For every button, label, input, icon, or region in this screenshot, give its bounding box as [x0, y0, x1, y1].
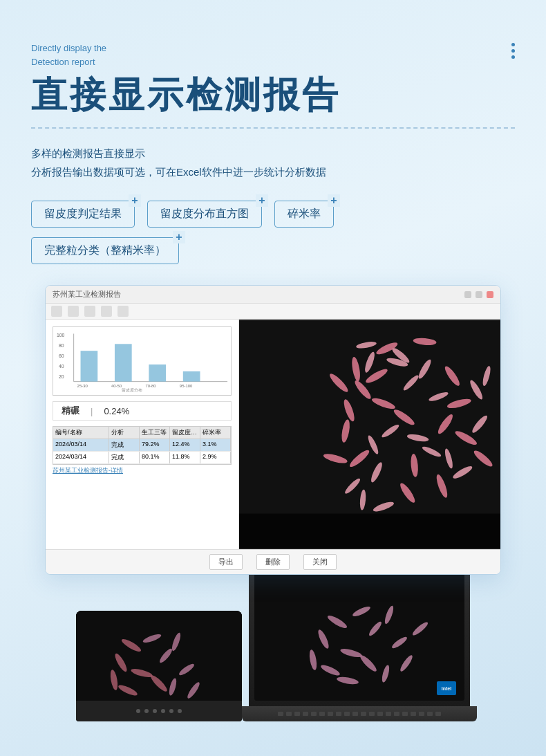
svg-text:40: 40: [59, 364, 64, 369]
window-toolbar: [46, 304, 500, 320]
close-button[interactable]: 关闭: [303, 554, 337, 570]
svg-rect-8: [115, 344, 132, 381]
milling-info: 精碾 | 0.24%: [53, 401, 232, 421]
cell-milling: 11.8%: [170, 452, 200, 463]
laptop-device: Intel: [249, 568, 470, 721]
col-milling: 留皮度平均: [170, 427, 200, 439]
svg-text:40-50: 40-50: [111, 384, 122, 388]
tag-plus-icon: +: [173, 231, 185, 243]
laptop-screen-outer: Intel: [249, 568, 470, 706]
table-row[interactable]: 2024/03/14 完成 80.1% 11.8% 2.9%: [53, 452, 231, 464]
cell-status: 完成: [109, 439, 140, 451]
tablet-screen: [76, 611, 242, 701]
tag-plus-icon: +: [328, 194, 340, 207]
window-title: 苏州某工业检测报告: [53, 289, 121, 299]
tags-area: 留皮度判定结果 + 留皮度分布直方图 + 碎米率 + 完整粒分类（整精米率） +: [31, 201, 515, 264]
cell-grade: 80.1%: [140, 452, 170, 463]
detail-link[interactable]: 苏州某工业检测报告-详情: [53, 466, 232, 475]
close-icon[interactable]: [487, 291, 493, 298]
svg-text:80: 80: [59, 343, 64, 348]
col-grade: 生工三等: [140, 427, 170, 439]
main-title: 直接显示检测报告: [31, 75, 515, 115]
cell-milling: 12.4%: [170, 439, 200, 451]
milling-separator: |: [91, 406, 93, 416]
cell-broken: 3.1%: [200, 439, 231, 451]
svg-rect-71: [254, 573, 464, 701]
window-bottom-bar: 导出 删除 关闭: [46, 549, 500, 574]
page-container: Directly display the Detection report 直接…: [0, 0, 546, 756]
tablet-bottom-bar: [76, 701, 242, 721]
subtitle-english: Directly display the Detection report: [31, 42, 515, 68]
section-divider: [31, 127, 515, 129]
svg-rect-7: [81, 351, 98, 381]
app-screenshot: 苏州某工业检测报告: [31, 285, 515, 721]
table-header: 编号/名称 分析 生工三等 留皮度平均 碎米率: [53, 427, 231, 439]
svg-rect-9: [149, 365, 166, 382]
toolbar-icon-3: [84, 306, 95, 317]
tag-broken-rice[interactable]: 碎米率 +: [274, 201, 334, 228]
toolbar-icon-2: [68, 306, 79, 317]
milling-label: 精碾: [62, 405, 79, 417]
delete-button[interactable]: 删除: [256, 554, 290, 570]
tablet-device: [76, 611, 242, 721]
maximize-icon[interactable]: [476, 291, 482, 298]
app-window: 苏州某工业检测报告: [45, 285, 501, 575]
description-text: 多样的检测报告直接显示 分析报告输出数据项可选，可在Excel软件中进一步统计分…: [31, 144, 515, 181]
svg-rect-57: [239, 514, 500, 548]
cell-id: 2024/03/14: [53, 439, 109, 451]
window-controls: [464, 291, 493, 298]
intel-badge: Intel: [437, 681, 456, 695]
tag-plus-icon: +: [129, 194, 141, 207]
col-broken: 碎米率: [200, 427, 231, 439]
milling-value: 0.24%: [104, 406, 129, 416]
window-titlebar: 苏州某工业检测报告: [46, 286, 500, 304]
cell-status: 完成: [109, 452, 140, 463]
col-status: 分析: [109, 427, 140, 439]
svg-rect-10: [183, 371, 200, 382]
menu-button[interactable]: [511, 43, 515, 59]
svg-text:25-30: 25-30: [77, 384, 88, 388]
data-table: 编号/名称 分析 生工三等 留皮度平均 碎米率 2024/03/14 完成 79…: [53, 426, 232, 465]
tags-row-2: 完整粒分类（整精米率） +: [31, 237, 515, 264]
svg-text:95-100: 95-100: [180, 384, 193, 388]
cell-grade: 79.2%: [140, 439, 170, 451]
tag-whole-grain[interactable]: 完整粒分类（整精米率） +: [31, 237, 179, 264]
toolbar-icon-5: [117, 306, 129, 317]
svg-text:留皮度分布: 留皮度分布: [122, 388, 142, 393]
laptop-screen-inner: Intel: [254, 573, 464, 701]
cell-broken: 2.9%: [200, 452, 231, 463]
table-row[interactable]: 2024/03/14 完成 79.2% 12.4% 3.1%: [53, 439, 231, 452]
toolbar-icon-4: [101, 306, 112, 317]
right-panel-grains: [239, 320, 500, 549]
tag-plus-icon: +: [256, 194, 268, 207]
left-panel: 100 80 60 40 20 25-30 40-5: [46, 320, 239, 549]
svg-text:20: 20: [59, 374, 64, 379]
svg-text:100: 100: [57, 333, 65, 338]
bar-chart: 100 80 60 40 20 25-30 40-5: [53, 326, 232, 396]
window-content: 100 80 60 40 20 25-30 40-5: [46, 320, 500, 549]
cell-id: 2024/03/14: [53, 452, 109, 463]
tag-milling-histogram[interactable]: 留皮度分布直方图 +: [147, 201, 262, 228]
svg-text:60: 60: [59, 353, 64, 358]
tags-row-1: 留皮度判定结果 + 留皮度分布直方图 + 碎米率 +: [31, 201, 515, 228]
laptop-keyboard: [242, 706, 477, 721]
svg-text:70-80: 70-80: [145, 384, 156, 388]
toolbar-icon-1: [51, 306, 62, 317]
tag-milling-result[interactable]: 留皮度判定结果 +: [31, 201, 135, 228]
minimize-icon[interactable]: [464, 291, 471, 298]
col-id: 编号/名称: [53, 427, 109, 439]
export-button[interactable]: 导出: [209, 554, 243, 570]
